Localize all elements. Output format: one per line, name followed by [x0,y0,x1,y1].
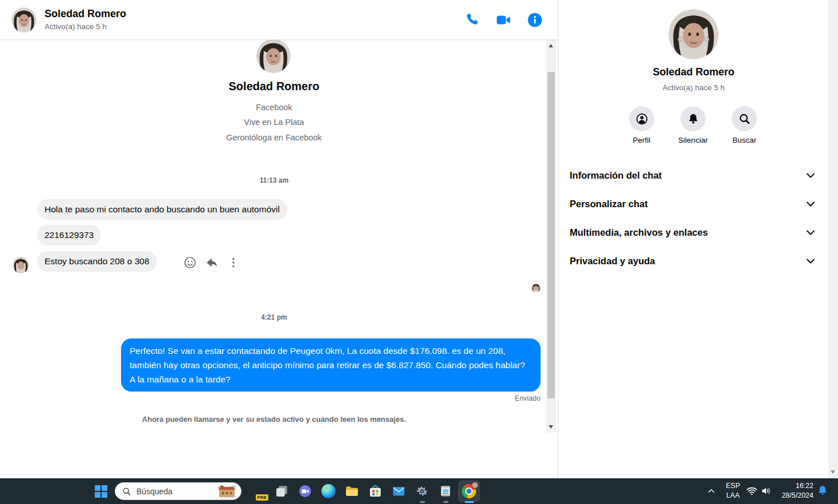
chrome-button[interactable] [457,478,481,504]
section-privacy-support[interactable]: Privacidad y ayuda [558,247,829,275]
sidebar-contact-status: Activo(a) hace 5 h [558,83,829,92]
messenger-window: Soledad Romero Activo(a) hace 5 h Soleda… [0,0,838,504]
message-composer: GIF [0,440,558,478]
settings-button[interactable] [410,478,434,504]
page-scrollbar[interactable] [828,0,838,478]
scroll-down-arrow-icon[interactable] [831,470,835,474]
taskbar-search[interactable]: Búsqueda [115,482,241,500]
system-notice: Ahora pueden llamarse y ver su estado ac… [0,415,548,424]
microsoft-store-button[interactable] [364,478,387,504]
edge-icon [321,484,336,498]
tray-clock[interactable]: 16:22 28/5/2024 [773,481,813,501]
bell-icon [680,106,706,131]
chat-scrollbar[interactable] [546,40,556,433]
copilot-icon: PRE [251,484,266,499]
chat-scrollbar-thumb[interactable] [547,72,555,398]
profile-avatar[interactable] [256,39,291,73]
active-indicator [465,501,474,503]
edge-button[interactable] [317,478,340,504]
chat-app-button[interactable] [293,478,317,504]
timestamp-morning: 11:13 am [0,176,548,184]
profile-action-button[interactable]: Perfil [616,106,667,144]
section-media-files-links[interactable]: Multimedia, archivos y enlaces [558,218,829,247]
profile-icon [629,106,654,131]
search-icon [732,106,757,131]
video-call-icon[interactable] [495,12,511,28]
running-indicator [420,501,425,503]
start-button[interactable] [94,485,108,498]
task-view-icon [275,484,289,498]
active-app-frame [458,481,480,502]
file-explorer-button[interactable] [340,478,364,504]
timestamp-afternoon: 4:21 pm [0,313,548,321]
avatar[interactable] [11,7,37,33]
running-indicator [443,501,448,503]
chrome-profile-badge [472,482,478,489]
microsoft-store-icon [368,484,382,498]
conversation-sidebar: Soledad Romero Activo(a) hace 5 h Perfil… [558,0,828,478]
mute-action-button[interactable]: Silenciar [667,106,719,144]
file-explorer-icon [345,484,359,498]
section-chat-info[interactable]: Información del chat [558,161,829,189]
profile-location: Vive en La Plata [0,118,548,127]
search-action-button[interactable]: Buscar [719,106,770,144]
incoming-message[interactable]: Hola te paso mi contacto ando buscando u… [37,199,287,220]
chevron-down-icon [805,227,816,238]
chevron-down-icon [805,170,816,181]
sidebar-contact-name: Soledad Romero [558,66,829,78]
scroll-down-arrow-icon[interactable] [549,425,553,429]
mail-icon [392,484,406,498]
voice-call-icon[interactable] [465,12,481,28]
chat-contact-status: Activo(a) hace 5 h [45,22,107,31]
profile-name: Soledad Romero [0,80,548,93]
tray-language-top: ESP [722,481,744,491]
tray-language-indicator[interactable]: ESP LAA [722,481,744,501]
message-hover-actions [183,255,241,270]
react-icon[interactable] [183,255,198,270]
incoming-message[interactable]: 2216129373 [37,225,101,245]
search-icon [122,487,131,496]
sidebar-avatar[interactable] [668,9,719,59]
notepad-button[interactable] [434,478,457,504]
tray-time: 16:22 [773,481,813,491]
search-action-label: Buscar [719,136,770,144]
wifi-icon[interactable] [746,485,758,497]
taskbar-app-icons: PRE [247,478,481,504]
settings-gear-icon [415,484,429,498]
conversation-info-icon[interactable] [527,12,543,28]
tray-date: 28/5/2024 [773,491,813,501]
task-view-button[interactable] [270,478,293,504]
chat-panel: Soledad Romero Activo(a) hace 5 h Soleda… [0,0,558,478]
incoming-message[interactable]: Estoy buscando 208 o 308 [37,251,157,272]
sent-status: Enviado [0,394,541,402]
notification-bell-icon[interactable] [816,485,829,497]
profile-action-label: Perfil [616,136,667,144]
profile-platform: Facebook [0,103,548,112]
copilot-button[interactable]: PRE [247,478,270,504]
search-placeholder: Búsqueda [136,487,217,496]
profile-occupation: Gerontóloga en Facebook [0,133,548,142]
search-highlight-image [217,485,236,498]
notepad-icon [438,484,453,498]
chat-app-icon [298,484,312,498]
chat-header: Soledad Romero Activo(a) hace 5 h [0,0,558,40]
mail-button[interactable] [387,478,410,504]
outgoing-message[interactable]: Perfecto! Se van a estar contactando de … [121,338,541,392]
windows-taskbar: Búsqueda PRE [0,478,838,504]
more-options-icon[interactable] [226,255,241,270]
message-sender-avatar[interactable] [13,257,29,273]
reply-icon[interactable] [204,255,219,270]
volume-icon[interactable] [760,485,773,497]
scroll-up-arrow-icon[interactable] [549,44,553,47]
copilot-pre-badge: PRE [256,494,268,501]
read-receipt-avatar [531,283,541,292]
chat-contact-name[interactable]: Soledad Romero [45,8,126,20]
section-customize-chat[interactable]: Personalizar chat [558,189,829,218]
mute-action-label: Silenciar [667,136,719,144]
chevron-down-icon [805,255,816,267]
chevron-down-icon [805,198,816,209]
tray-language-bottom: LAA [722,491,744,501]
tray-overflow-chevron-icon[interactable] [707,486,716,495]
